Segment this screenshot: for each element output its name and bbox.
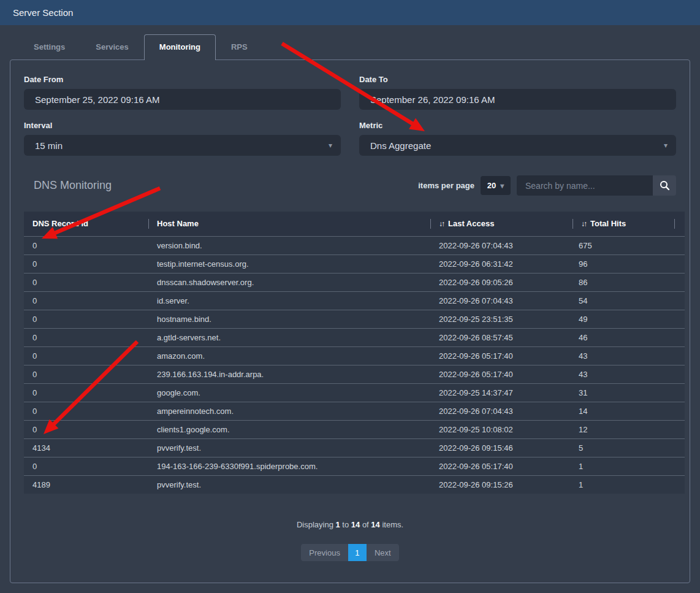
host-name-cell: testip.internet-census.org. [148, 254, 430, 273]
table-row: 0a.gtld-servers.net.2022-09-26 08:57:454… [24, 328, 685, 346]
items-per-page-value: 20 [487, 181, 496, 190]
table-row: 0version.bind.2022-09-26 07:04:43675 [24, 236, 685, 254]
total-hits-cell: 46 [573, 328, 674, 346]
table-controls: items per page 20 ▾ [418, 175, 676, 196]
metric-value: Dns Aggregate [370, 140, 431, 151]
table-row: 0amazon.com.2022-09-26 05:17:4043 [24, 346, 685, 365]
row-spacer-cell [674, 420, 685, 438]
row-spacer-cell [674, 254, 685, 273]
row-spacer-cell [674, 438, 685, 457]
table-header-row: DNS Record IdHost Name↓↑Last Access↓↑Tot… [24, 212, 685, 236]
total-hits-cell: 43 [573, 365, 674, 383]
table-row: 0clients1.google.com.2022-09-25 10:08:02… [24, 420, 685, 438]
row-spacer-cell [674, 475, 685, 494]
dns-record-id-cell: 0 [24, 346, 148, 365]
last-access-cell: 2022-09-26 07:04:43 [430, 402, 573, 420]
host-name-cell: pvverify.test. [148, 475, 430, 494]
sort-icon: ↓↑ [439, 220, 444, 228]
table-row: 0239.166.163.194.in-addr.arpa.2022-09-26… [24, 365, 685, 383]
table-row: 0194-163-166-239-6330f991.spiderprobe.co… [24, 457, 685, 475]
host-name-cell: google.com. [148, 383, 430, 402]
host-name-cell: ampereinnotech.com. [148, 402, 430, 420]
host-name-cell: id.server. [148, 291, 430, 310]
last-access-cell: 2022-09-26 07:04:43 [430, 236, 573, 254]
dns-monitoring-table: DNS Record IdHost Name↓↑Last Access↓↑Tot… [24, 212, 685, 494]
host-name-cell: version.bind. [148, 236, 430, 254]
total-hits-cell: 675 [573, 236, 674, 254]
summary-count: 14 [351, 520, 360, 529]
interval-field-group: Interval 15 min ▾ [24, 121, 341, 156]
host-name-cell: dnsscan.shadowserver.org. [148, 273, 430, 291]
total-hits-cell: 5 [573, 438, 674, 457]
last-access-cell: 2022-09-26 06:31:42 [430, 254, 573, 273]
total-hits-cell: 12 [573, 420, 674, 438]
table-row: 0id.server.2022-09-26 07:04:4354 [24, 291, 685, 310]
last-access-cell: 2022-09-26 05:17:40 [430, 346, 573, 365]
table-row: 0google.com.2022-09-25 14:37:4731 [24, 383, 685, 402]
row-spacer-cell [674, 310, 685, 328]
row-spacer-cell [674, 383, 685, 402]
summary-count: 1 [335, 520, 340, 529]
row-spacer-cell [674, 328, 685, 346]
host-name-cell: pvverify.test. [148, 438, 430, 457]
summary-text: to [340, 520, 351, 529]
tab-bar: SettingsServicesMonitoringRPS [0, 25, 700, 59]
table-row: 0dnsscan.shadowserver.org.2022-09-26 09:… [24, 273, 685, 291]
row-spacer-cell [674, 402, 685, 420]
dns-record-id-cell: 0 [24, 420, 148, 438]
table-toolbar: DNS Monitoring items per page 20 ▾ [24, 175, 676, 196]
metric-select[interactable]: Dns Aggregate ▾ [359, 135, 676, 156]
pagination: Previous 1 Next [24, 544, 676, 561]
search-group [517, 175, 676, 196]
date-to-value: September 26, 2022 09:16 AM [370, 94, 495, 105]
dns-record-id-cell: 0 [24, 236, 148, 254]
search-button[interactable] [653, 175, 676, 196]
last-access-cell: 2022-09-25 10:08:02 [430, 420, 573, 438]
dns-record-id-cell: 0 [24, 383, 148, 402]
table-row: 4134pvverify.test.2022-09-26 09:15:465 [24, 438, 685, 457]
host-name-cell: hostname.bind. [148, 310, 430, 328]
dns-record-id-cell: 0 [24, 254, 148, 273]
next-page-button[interactable]: Next [367, 544, 399, 561]
column-header-spacer [674, 212, 685, 236]
last-access-cell: 2022-09-26 05:17:40 [430, 457, 573, 475]
table-row: 0testip.internet-census.org.2022-09-26 0… [24, 254, 685, 273]
table-row: 0hostname.bind.2022-09-25 23:51:3549 [24, 310, 685, 328]
total-hits-cell: 54 [573, 291, 674, 310]
last-access-cell: 2022-09-26 08:57:45 [430, 328, 573, 346]
date-from-label: Date From [24, 75, 341, 84]
column-header-total-hits[interactable]: ↓↑Total Hits [573, 212, 674, 236]
results-summary: Displaying 1 to 14 of 14 items. [24, 520, 676, 529]
interval-select[interactable]: 15 min ▾ [24, 135, 341, 156]
tab-services[interactable]: Services [80, 35, 144, 59]
last-access-cell: 2022-09-26 09:15:26 [430, 475, 573, 494]
current-page-button[interactable]: 1 [348, 544, 367, 561]
sort-icon: ↓↑ [581, 220, 586, 228]
interval-value: 15 min [35, 140, 63, 151]
total-hits-cell: 14 [573, 402, 674, 420]
table-row: 4189pvverify.test.2022-09-26 09:15:261 [24, 475, 685, 494]
date-from-input[interactable]: September 25, 2022 09:16 AM [24, 89, 341, 110]
search-icon [660, 180, 670, 191]
dns-record-id-cell: 0 [24, 328, 148, 346]
tab-rps[interactable]: RPS [216, 35, 263, 59]
dns-record-id-cell: 0 [24, 310, 148, 328]
items-per-page-select[interactable]: 20 ▾ [481, 176, 511, 195]
last-access-cell: 2022-09-26 09:05:26 [430, 273, 573, 291]
last-access-cell: 2022-09-25 23:51:35 [430, 310, 573, 328]
previous-page-button[interactable]: Previous [301, 544, 348, 561]
dns-record-id-cell: 0 [24, 365, 148, 383]
date-to-input[interactable]: September 26, 2022 09:16 AM [359, 89, 676, 110]
column-header-host-name: Host Name [148, 212, 430, 236]
host-name-cell: 194-163-166-239-6330f991.spiderprobe.com… [148, 457, 430, 475]
search-input[interactable] [517, 175, 653, 196]
date-to-label: Date To [359, 75, 676, 84]
row-spacer-cell [674, 365, 685, 383]
host-name-cell: a.gtld-servers.net. [148, 328, 430, 346]
chevron-down-icon: ▾ [664, 141, 668, 150]
tab-monitoring[interactable]: Monitoring [144, 34, 216, 60]
row-spacer-cell [674, 273, 685, 291]
column-header-last-access[interactable]: ↓↑Last Access [430, 212, 573, 236]
last-access-cell: 2022-09-26 05:17:40 [430, 365, 573, 383]
tab-settings[interactable]: Settings [18, 35, 80, 59]
